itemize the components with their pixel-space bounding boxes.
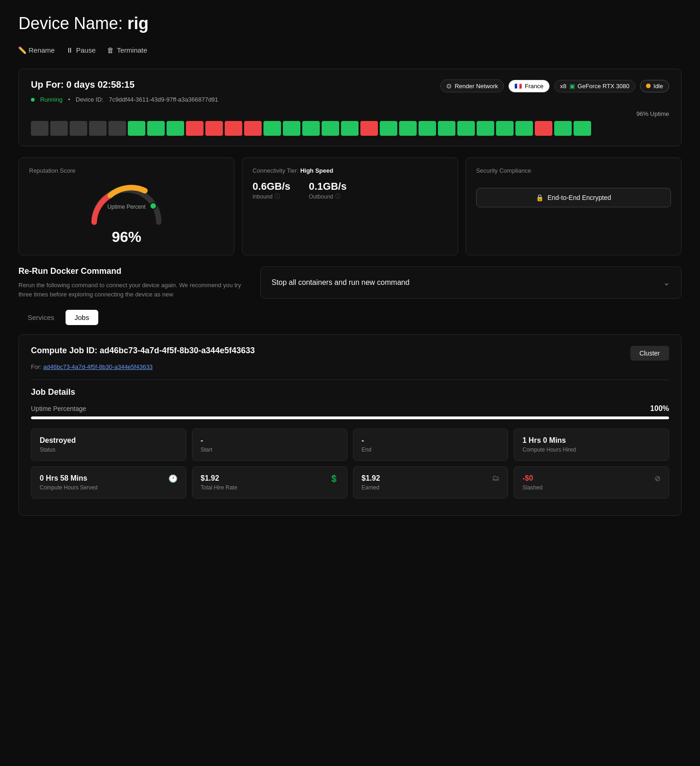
detail-cell-label: Status	[40, 446, 178, 453]
security-button[interactable]: 🔒 End-to-End Encrypted	[476, 188, 671, 207]
detail-cell-label: End	[362, 446, 500, 453]
detail-cell: - End	[353, 428, 509, 461]
uptime-block	[419, 121, 436, 136]
uptime-block	[70, 121, 87, 136]
job-card: Compute Job ID: ad46bc73-4a7d-4f5f-8b30-…	[18, 334, 682, 516]
detail-cell-value: -	[362, 436, 500, 445]
detail-grid-row2: 0 Hrs 58 Mins 🕐 Compute Hours Served $1.…	[31, 466, 669, 499]
job-header: Compute Job ID: ad46bc73-4a7d-4f5f-8b30-…	[31, 346, 669, 361]
uptime-block	[477, 121, 494, 136]
pause-icon: ⏸	[66, 47, 73, 54]
uptime-title: Up For: 0 days 02:58:15	[31, 79, 135, 90]
toolbar: ✏️ Rename ⏸ Pause 🗑 Terminate	[18, 44, 682, 56]
pause-button[interactable]: ⏸ Pause	[66, 44, 96, 56]
uptime-block	[438, 121, 455, 136]
job-for-link[interactable]: ad46bc73-4a7d-4f5f-8b30-a344e5f43633	[43, 363, 153, 370]
detail-cell: $1.92 🗂 Earned	[353, 466, 509, 499]
reputation-title: Reputation Score	[29, 167, 224, 174]
detail-cell-value: -	[201, 436, 339, 445]
progress-bar	[31, 416, 669, 419]
detail-cell-value: 1 Hrs 0 Mins	[522, 436, 660, 445]
outbound-item: 0.1GB/s Outbound ⓘ	[309, 181, 347, 200]
detail-cell: $1.92 💲 Total Hire Rate	[192, 466, 347, 499]
uptime-block	[399, 121, 417, 136]
job-details-title: Job Details	[31, 387, 669, 397]
docker-description: Rerun the following command to connect y…	[18, 281, 253, 299]
uptime-pct-row: Uptime Percentage 100%	[31, 404, 669, 413]
detail-cell: Destroyed Status	[31, 428, 186, 461]
job-for: For: ad46bc73-4a7d-4f5f-8b30-a344e5f4363…	[31, 363, 669, 370]
connectivity-card: Connectivity Tier: High Speed 0.6GB/s In…	[242, 157, 458, 255]
status-card: Up For: 0 days 02:58:15 ⊙ Render Network…	[18, 69, 682, 146]
connectivity-row: 0.6GB/s Inbound ⓘ 0.1GB/s Outbound ⓘ	[252, 181, 447, 200]
tab-services[interactable]: Services	[18, 310, 64, 325]
country-badge: 🇫🇷 France	[509, 80, 549, 92]
outbound-info-icon: ⓘ	[335, 193, 341, 200]
uptime-block	[225, 121, 242, 136]
detail-cell-value: Destroyed	[40, 436, 178, 445]
rename-icon: ✏️	[18, 47, 26, 54]
security-card: Security Compliance 🔒 End-to-End Encrypt…	[466, 157, 682, 255]
detail-cell-label: Total Hire Rate	[201, 484, 339, 491]
detail-cell: -$0 ⊘ Slashed	[514, 466, 669, 499]
uptime-block	[496, 121, 514, 136]
lock-icon: 🔒	[536, 194, 544, 201]
detail-cell: - Start	[192, 428, 347, 461]
rename-button[interactable]: ✏️ Rename	[18, 44, 55, 56]
cell-icon: 🕐	[168, 474, 178, 483]
terminate-button[interactable]: 🗑 Terminate	[107, 44, 147, 56]
flag-icon: 🇫🇷	[515, 83, 522, 90]
detail-cell-value: $1.92 💲	[201, 474, 339, 483]
uptime-block	[244, 121, 262, 136]
gauge: Uptime Percent 96%	[29, 181, 224, 246]
gpu-icon: ▣	[569, 83, 575, 90]
running-dot	[31, 98, 35, 102]
inbound-item: 0.6GB/s Inbound ⓘ	[252, 181, 290, 200]
uptime-block	[128, 121, 145, 136]
uptime-block	[205, 121, 223, 136]
connectivity-title: Connectivity Tier: High Speed	[252, 167, 447, 174]
idle-badge: Idle	[640, 80, 669, 92]
uptime-block	[302, 121, 320, 136]
outbound-label: Outbound ⓘ	[309, 193, 347, 200]
status-badges: ⊙ Render Network 🇫🇷 France x8 ▣ GeForce …	[440, 79, 669, 92]
uptime-block	[535, 121, 552, 136]
job-divider	[31, 380, 669, 380]
inbound-label: Inbound ⓘ	[252, 193, 290, 200]
docker-command-button[interactable]: Stop all containers and run new command …	[260, 266, 682, 299]
detail-cell-label: Compute Hours Served	[40, 484, 178, 491]
detail-cell-value: -$0 ⊘	[522, 474, 660, 483]
idle-dot	[646, 84, 651, 88]
uptime-block	[457, 121, 475, 136]
uptime-block	[574, 121, 591, 136]
tab-jobs[interactable]: Jobs	[66, 310, 99, 325]
uptime-block	[147, 121, 165, 136]
detail-cell-label: Compute Hours Hired	[522, 446, 660, 453]
uptime-block	[167, 121, 184, 136]
chevron-down-icon: ⌄	[663, 277, 670, 288]
detail-cell-value: $1.92 🗂	[362, 474, 500, 483]
uptime-blocks	[31, 121, 669, 136]
uptime-block	[31, 121, 48, 136]
uptime-block	[263, 121, 281, 136]
uptime-block	[108, 121, 126, 136]
gpu-badge: x8 ▣ GeForce RTX 3080	[554, 80, 635, 92]
cluster-button[interactable]: Cluster	[630, 346, 669, 361]
detail-cell: 1 Hrs 0 Mins Compute Hours Hired	[514, 428, 669, 461]
detail-cell: 0 Hrs 58 Mins 🕐 Compute Hours Served	[31, 466, 186, 499]
gauge-label: Uptime Percent	[108, 204, 146, 210]
inbound-info-icon: ⓘ	[275, 193, 280, 200]
uptime-block	[554, 121, 572, 136]
uptime-block	[360, 121, 378, 136]
render-network-badge: ⊙ Render Network	[440, 79, 504, 92]
svg-point-0	[150, 203, 156, 209]
uptime-block	[322, 121, 339, 136]
terminate-icon: 🗑	[107, 47, 114, 54]
job-id-title: Compute Job ID: ad46bc73-4a7d-4f5f-8b30-…	[31, 346, 255, 356]
detail-cell-label: Slashed	[522, 484, 660, 491]
uptime-block	[186, 121, 203, 136]
tabs: Services Jobs	[18, 310, 682, 325]
docker-section: Re-Run Docker Command Rerun the followin…	[18, 266, 682, 299]
gauge-value: 96%	[112, 229, 141, 246]
uptime-block	[50, 121, 68, 136]
